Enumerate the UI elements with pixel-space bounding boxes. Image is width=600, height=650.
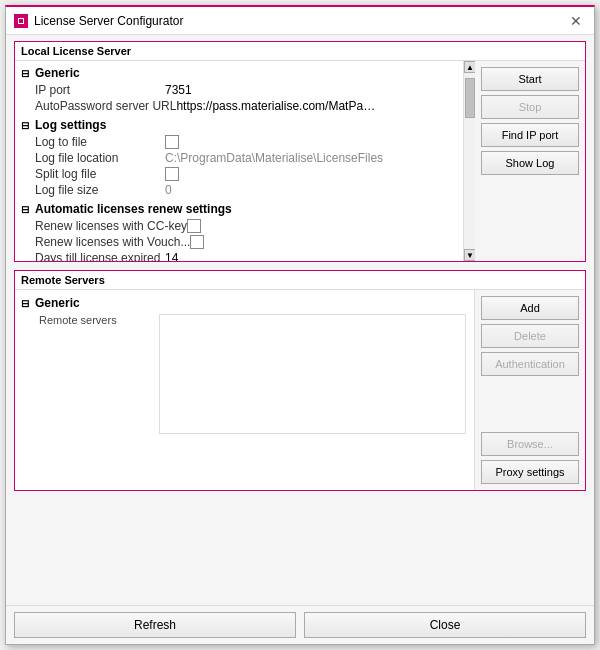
title-bar: License Server Configurator ✕ xyxy=(6,7,594,35)
show-log-button[interactable]: Show Log xyxy=(481,151,579,175)
log-to-file-row: Log to file xyxy=(35,134,459,150)
window-title: License Server Configurator xyxy=(34,14,183,28)
days-value: 14 xyxy=(165,251,459,261)
auto-renew-group: ⊟ Automatic licenses renew settings Rene… xyxy=(15,199,463,261)
remote-generic-label: Generic xyxy=(35,296,80,310)
find-ip-port-button[interactable]: Find IP port xyxy=(481,123,579,147)
auto-renew-label: Automatic licenses renew settings xyxy=(35,202,232,216)
renew-vouch-checkbox[interactable] xyxy=(190,235,204,249)
authentication-button[interactable]: Authentication xyxy=(481,352,579,376)
svg-rect-2 xyxy=(19,19,23,23)
auto-renew-header[interactable]: ⊟ Automatic licenses renew settings xyxy=(19,200,459,218)
remote-generic-content: Remote servers xyxy=(35,312,470,436)
renew-vouch-label: Renew licenses with Vouch... xyxy=(35,235,190,249)
expand-icon: ⊟ xyxy=(19,68,31,79)
auto-renew-rows: Renew licenses with CC-key Renew license… xyxy=(35,218,459,261)
auto-password-label: AutoPassword server URL xyxy=(35,99,176,113)
log-settings-rows: Log to file Log file location C:\Program… xyxy=(35,134,459,198)
expand-icon-log: ⊟ xyxy=(19,120,31,131)
remote-left-panel: ⊟ Generic Remote servers xyxy=(15,290,475,490)
main-window: License Server Configurator ✕ Local Lice… xyxy=(5,5,595,645)
browse-button[interactable]: Browse... xyxy=(481,432,579,456)
remote-generic-header[interactable]: ⊟ Generic xyxy=(19,294,470,312)
generic-group-header[interactable]: ⊟ Generic xyxy=(19,64,459,82)
remote-server-header: Remote Servers xyxy=(15,271,585,290)
local-server-body: ⊟ Generic IP port 7351 AutoPassword serv… xyxy=(15,61,585,261)
generic-group: ⊟ Generic IP port 7351 AutoPassword serv… xyxy=(15,63,463,115)
generic-label: Generic xyxy=(35,66,80,80)
log-to-file-checkbox[interactable] xyxy=(165,135,179,149)
bottom-spacer xyxy=(6,495,594,605)
split-log-label: Split log file xyxy=(35,167,165,181)
local-server-buttons: Start Stop Find IP port Show Log xyxy=(475,61,585,261)
generic-rows: IP port 7351 AutoPassword server URL htt… xyxy=(35,82,459,114)
remote-expand-icon: ⊟ xyxy=(19,298,31,309)
days-row: Days till license expired 14 xyxy=(35,250,459,261)
ip-port-value: 7351 xyxy=(165,83,459,97)
auto-password-value: https://pass.materialise.com/MatPassword… xyxy=(176,99,376,113)
remote-servers-row: Remote servers xyxy=(35,312,470,436)
local-server-header: Local License Server xyxy=(15,42,585,61)
log-file-size-label: Log file size xyxy=(35,183,165,197)
footer-bar: Refresh Close xyxy=(6,605,594,644)
close-button[interactable]: ✕ xyxy=(566,11,586,31)
local-server-tree: ⊟ Generic IP port 7351 AutoPassword serv… xyxy=(15,61,463,261)
renew-cc-row: Renew licenses with CC-key xyxy=(35,218,459,234)
remote-server-body: ⊟ Generic Remote servers Add Delete Auth… xyxy=(15,290,585,490)
proxy-settings-button[interactable]: Proxy settings xyxy=(481,460,579,484)
log-settings-header[interactable]: ⊟ Log settings xyxy=(19,116,459,134)
renew-cc-label: Renew licenses with CC-key xyxy=(35,219,187,233)
remote-servers-label: Remote servers xyxy=(39,314,159,434)
log-settings-label: Log settings xyxy=(35,118,106,132)
local-scrollbar: ▲ ▼ xyxy=(463,61,475,261)
auto-password-row: AutoPassword server URL https://pass.mat… xyxy=(35,98,459,114)
renew-cc-checkbox[interactable] xyxy=(187,219,201,233)
start-button[interactable]: Start xyxy=(481,67,579,91)
remote-server-section: Remote Servers ⊟ Generic Remote servers xyxy=(14,270,586,491)
close-footer-button[interactable]: Close xyxy=(304,612,586,638)
log-file-location-label: Log file location xyxy=(35,151,165,165)
scroll-up-arrow[interactable]: ▲ xyxy=(464,61,475,73)
ip-port-row: IP port 7351 xyxy=(35,82,459,98)
scroll-thumb[interactable] xyxy=(465,78,475,118)
log-settings-group: ⊟ Log settings Log to file Log file loca… xyxy=(15,115,463,199)
split-log-row: Split log file xyxy=(35,166,459,182)
split-log-checkbox[interactable] xyxy=(165,167,179,181)
scroll-down-arrow[interactable]: ▼ xyxy=(464,249,475,261)
stop-button[interactable]: Stop xyxy=(481,95,579,119)
ip-port-label: IP port xyxy=(35,83,165,97)
log-to-file-label: Log to file xyxy=(35,135,165,149)
refresh-button[interactable]: Refresh xyxy=(14,612,296,638)
days-label: Days till license expired xyxy=(35,251,165,261)
remote-servers-list xyxy=(159,314,466,434)
log-file-location-value: C:\ProgramData\Materialise\LicenseFiles xyxy=(165,151,459,165)
renew-vouch-row: Renew licenses with Vouch... xyxy=(35,234,459,250)
log-file-location-row: Log file location C:\ProgramData\Materia… xyxy=(35,150,459,166)
log-file-size-row: Log file size 0 xyxy=(35,182,459,198)
local-server-section: Local License Server ⊟ Generic xyxy=(14,41,586,262)
expand-icon-renew: ⊟ xyxy=(19,204,31,215)
title-bar-left: License Server Configurator xyxy=(14,14,183,28)
content-area: Local License Server ⊟ Generic xyxy=(6,35,594,644)
delete-button[interactable]: Delete xyxy=(481,324,579,348)
add-button[interactable]: Add xyxy=(481,296,579,320)
log-file-size-value: 0 xyxy=(165,183,459,197)
app-icon xyxy=(14,14,28,28)
remote-server-buttons: Add Delete Authentication Browse... Prox… xyxy=(475,290,585,490)
